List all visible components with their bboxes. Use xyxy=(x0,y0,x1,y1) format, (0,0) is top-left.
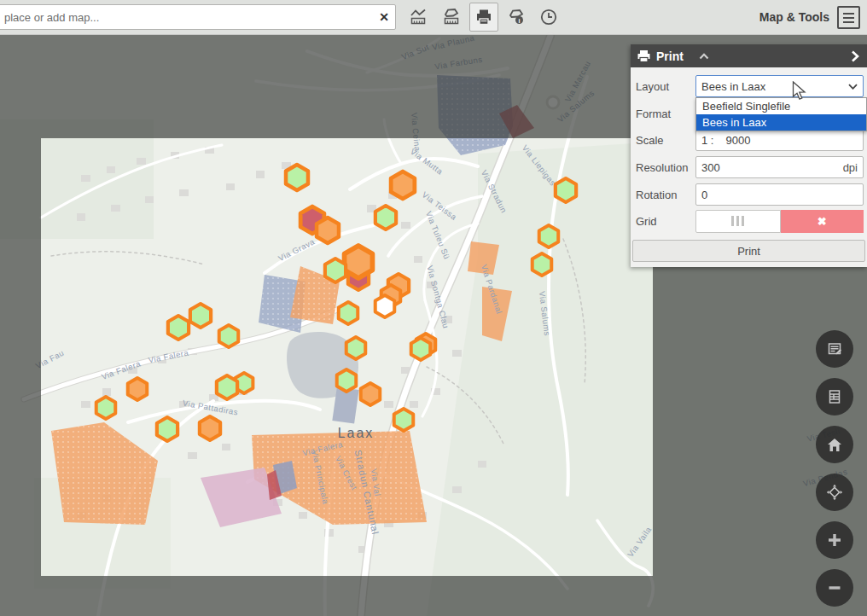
panel-title: Print xyxy=(656,49,684,63)
hex-marker-orange[interactable] xyxy=(317,218,339,243)
scale-value: 9000 xyxy=(725,134,750,147)
layout-select[interactable]: Bees in Laax xyxy=(695,75,864,97)
grid-label: Grid xyxy=(636,215,695,228)
panel-close-icon[interactable] xyxy=(843,50,867,62)
map-tools-label: Map & Tools xyxy=(759,0,829,34)
print-panel: Print Layout Bees in Laax Format Beefiel… xyxy=(631,44,867,267)
hex-marker-green[interactable] xyxy=(539,225,559,247)
scale-prefix: 1 : xyxy=(701,134,713,147)
measure-area-icon[interactable] xyxy=(437,3,466,32)
hex-marker-orange[interactable] xyxy=(391,171,415,199)
region-info-icon[interactable]: i xyxy=(502,3,531,32)
document-list-button[interactable] xyxy=(816,378,853,416)
layout-dropdown: Beefield SinglefileBees in Laax xyxy=(695,97,867,131)
resolution-label: Resolution xyxy=(636,161,695,174)
hex-marker-orange[interactable] xyxy=(361,383,381,405)
hex-marker-green[interactable] xyxy=(157,417,177,441)
print-button[interactable]: Print xyxy=(632,240,865,262)
menu-icon[interactable] xyxy=(837,6,860,29)
layout-row: Layout Bees in Laax xyxy=(636,75,864,97)
search-box: ✕ xyxy=(0,4,396,30)
resolution-value: 300 xyxy=(701,161,720,174)
hex-marker-green[interactable] xyxy=(556,178,576,202)
locate-button[interactable] xyxy=(816,474,853,511)
scale-row: Scale 1 : 9000 xyxy=(636,129,864,151)
grid-toggle[interactable]: ✖ xyxy=(695,210,864,233)
hex-marker-green[interactable] xyxy=(219,325,239,347)
layout-label: Layout xyxy=(636,80,695,93)
hex-marker-orange[interactable] xyxy=(345,246,373,278)
hex-marker-green[interactable] xyxy=(411,338,431,360)
hex-marker-green[interactable] xyxy=(190,304,211,328)
hex-marker-green[interactable] xyxy=(337,369,357,392)
grid-toggle-off-segment[interactable]: ✖ xyxy=(781,210,864,233)
rotation-value: 0 xyxy=(701,189,707,201)
hex-marker-green[interactable] xyxy=(339,302,358,324)
grid-row: Grid ✖ xyxy=(636,210,864,232)
scale-label: Scale xyxy=(636,134,695,147)
hex-marker-orange[interactable] xyxy=(128,378,148,400)
zoom-out-button[interactable] xyxy=(816,569,853,607)
chevron-up-icon[interactable] xyxy=(697,51,711,61)
layout-value: Bees in Laax xyxy=(701,80,765,93)
hex-marker-green[interactable] xyxy=(168,316,189,340)
toolbar-icons: i xyxy=(404,3,563,32)
hex-marker-green[interactable] xyxy=(394,409,414,431)
hex-marker-green[interactable] xyxy=(325,259,346,282)
hex-marker-orange[interactable] xyxy=(200,416,220,440)
svg-text:i: i xyxy=(518,17,520,25)
rotation-row: Rotation 0 xyxy=(636,183,864,206)
map-application: Via SutVia PlaunaVia FarbunsVia MarcauVi… xyxy=(0,0,867,616)
hex-marker-green[interactable] xyxy=(96,397,116,419)
top-toolbar: ✕ xyxy=(0,0,867,35)
scale-input[interactable]: 1 : 9000 xyxy=(695,129,864,151)
notes-edit-button[interactable] xyxy=(816,330,853,368)
hex-marker-white[interactable] xyxy=(375,295,395,317)
grid-toggle-on-segment[interactable] xyxy=(695,210,781,233)
rotation-label: Rotation xyxy=(636,189,695,201)
hex-marker-green[interactable] xyxy=(286,165,308,190)
layout-option[interactable]: Beefield Singlefile xyxy=(696,98,866,114)
time-icon[interactable] xyxy=(534,3,563,32)
search-input[interactable] xyxy=(0,11,373,24)
hex-marker-green[interactable] xyxy=(532,253,552,276)
zoom-in-button[interactable] xyxy=(816,521,853,559)
home-button[interactable] xyxy=(816,426,853,463)
chevron-down-icon xyxy=(848,84,858,90)
hex-marker-green[interactable] xyxy=(346,337,366,359)
height-profile-icon[interactable] xyxy=(404,3,434,32)
resolution-input[interactable]: 300 dpi xyxy=(695,156,864,178)
hex-marker-green[interactable] xyxy=(217,375,237,399)
format-label: Format xyxy=(636,108,695,120)
resolution-row: Resolution 300 dpi xyxy=(636,156,864,178)
hex-marker-green[interactable] xyxy=(375,206,396,230)
resolution-unit: dpi xyxy=(843,161,858,174)
search-clear-button[interactable]: ✕ xyxy=(373,6,395,28)
print-icon[interactable] xyxy=(469,3,498,32)
printer-icon xyxy=(637,49,651,63)
place-label: Laax xyxy=(338,426,375,440)
print-panel-header[interactable]: Print xyxy=(631,44,867,67)
layout-option[interactable]: Bees in Laax xyxy=(696,114,866,131)
rotation-input[interactable]: 0 xyxy=(695,183,864,206)
